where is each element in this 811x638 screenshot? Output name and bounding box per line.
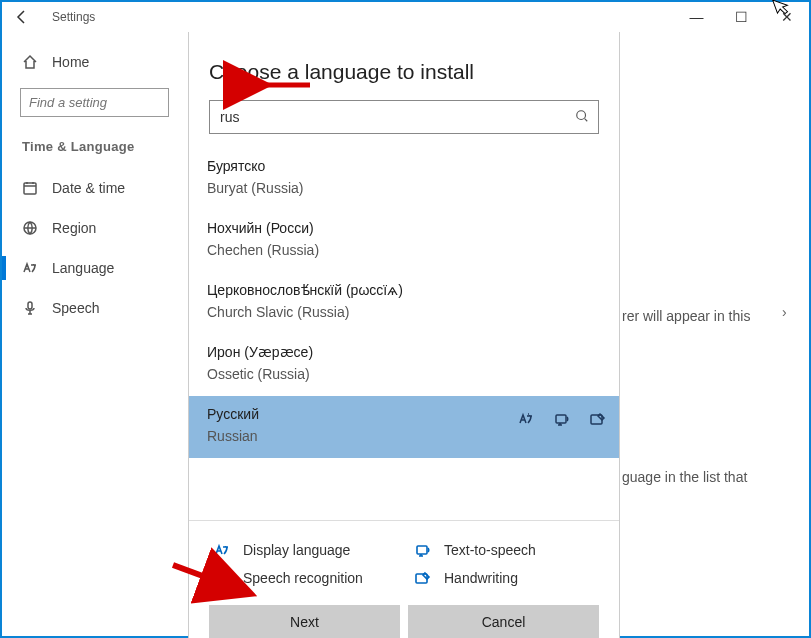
sidebar-item-region[interactable]: Region [2, 208, 187, 248]
sidebar-item-speech[interactable]: Speech [2, 288, 187, 328]
sidebar-item-label: Date & time [52, 180, 125, 196]
text-to-speech-icon [414, 541, 432, 559]
svg-rect-4 [556, 415, 566, 423]
display-language-icon [213, 541, 231, 559]
titlebar: Settings — ☐ ✕ [2, 2, 809, 32]
app-title: Settings [52, 10, 95, 24]
svg-rect-6 [417, 546, 427, 554]
find-setting-input[interactable] [20, 88, 169, 117]
svg-rect-7 [220, 572, 224, 579]
handwriting-icon [414, 569, 432, 587]
svg-point-3 [577, 110, 586, 119]
home-icon [22, 54, 38, 70]
svg-rect-0 [24, 183, 36, 194]
sidebar-item-label: Speech [52, 300, 99, 316]
feature-label: Handwriting [444, 570, 518, 586]
bg-partial-text: rer will appear in this [622, 308, 795, 324]
sidebar-category: Time & Language [2, 131, 187, 168]
language-english-name: Ossetic (Russia) [207, 366, 601, 382]
back-button[interactable] [2, 2, 42, 32]
feature-display-language: Display language [213, 541, 394, 559]
language-english-name: Church Slavic (Russia) [207, 304, 601, 320]
calendar-icon [22, 180, 38, 196]
feature-speech-recognition: Speech recognition [213, 569, 394, 587]
language-native-name: Церковнословѣ́нскїй (рωссїѧ) [207, 282, 601, 298]
svg-rect-2 [28, 302, 32, 309]
handwriting-icon [589, 410, 607, 428]
microphone-icon [213, 569, 231, 587]
next-button[interactable]: Next [209, 605, 400, 638]
sidebar-home-label: Home [52, 54, 89, 70]
sidebar-home[interactable]: Home [2, 42, 187, 82]
sidebar-item-language[interactable]: Language [2, 248, 187, 288]
feature-handwriting: Handwriting [414, 569, 595, 587]
language-item[interactable]: Церковнословѣ́нскїй (рωссїѧ) Church Slav… [189, 272, 619, 334]
divider [189, 520, 619, 521]
language-icon [22, 260, 38, 276]
language-feature-icons [517, 410, 607, 428]
microphone-icon [22, 300, 38, 316]
install-language-dialog: Choose a language to install Бурятско Bu… [188, 32, 620, 638]
language-native-name: Бурятско [207, 158, 601, 174]
sidebar-item-date-time[interactable]: Date & time [2, 168, 187, 208]
text-to-speech-icon [553, 410, 571, 428]
sidebar-search[interactable] [20, 88, 169, 117]
language-native-name: Ирон (Уӕрӕсе) [207, 344, 601, 360]
feature-legend: Display language Text-to-speech Speech r… [189, 527, 619, 605]
svg-rect-5 [591, 415, 602, 424]
feature-text-to-speech: Text-to-speech [414, 541, 595, 559]
dialog-button-row: Next Cancel [189, 605, 619, 638]
language-item[interactable]: Бурятско Buryat (Russia) [189, 148, 619, 210]
feature-label: Speech recognition [243, 570, 363, 586]
cancel-button[interactable]: Cancel [408, 605, 599, 638]
chevron-right-icon: › [782, 304, 787, 320]
bg-partial-text: guage in the list that [622, 469, 795, 485]
feature-label: Display language [243, 542, 350, 558]
dialog-title: Choose a language to install [189, 32, 619, 100]
language-search-input[interactable] [210, 109, 566, 125]
globe-icon [22, 220, 38, 236]
sidebar-item-label: Region [52, 220, 96, 236]
sidebar-item-label: Language [52, 260, 114, 276]
language-native-name: Нохчийн (Росси) [207, 220, 601, 236]
display-language-icon [517, 410, 535, 428]
language-item[interactable]: Нохчийн (Росси) Chechen (Russia) [189, 210, 619, 272]
language-search-box[interactable] [209, 100, 599, 134]
minimize-button[interactable]: — [674, 2, 719, 32]
language-item[interactable]: Ирон (Уӕрӕсе) Ossetic (Russia) [189, 334, 619, 396]
language-english-name: Chechen (Russia) [207, 242, 601, 258]
search-icon[interactable] [566, 109, 598, 126]
maximize-button[interactable]: ☐ [719, 2, 764, 32]
language-item-selected[interactable]: Русский Russian [189, 396, 619, 458]
language-english-name: Russian [207, 428, 601, 444]
svg-rect-8 [416, 574, 427, 583]
feature-label: Text-to-speech [444, 542, 536, 558]
language-english-name: Buryat (Russia) [207, 180, 601, 196]
sidebar: Home Time & Language Date & time Region [2, 32, 187, 636]
language-list[interactable]: Бурятско Buryat (Russia) Нохчийн (Росси)… [189, 148, 619, 520]
